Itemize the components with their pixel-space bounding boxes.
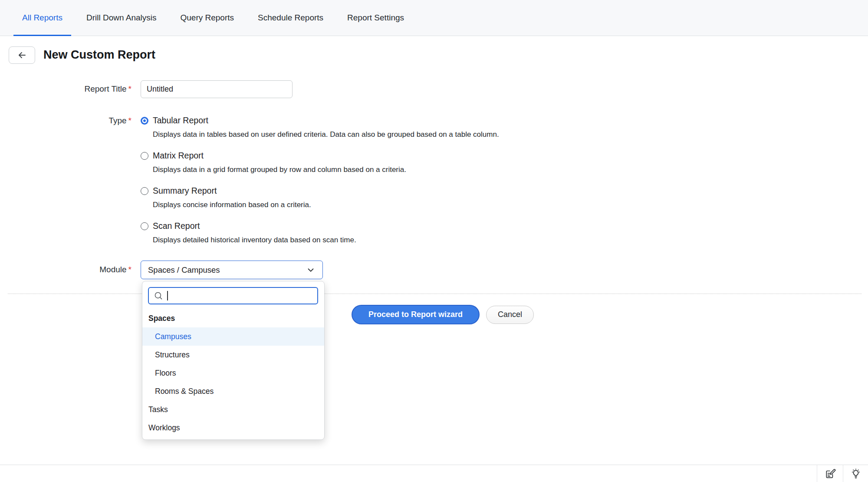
required-asterisk: * <box>128 116 132 125</box>
module-label: Module* <box>9 265 132 274</box>
type-option-name: Scan Report <box>153 221 200 231</box>
report-type-radio-group: Tabular Report Displays data in tables b… <box>141 116 705 256</box>
proceed-to-report-wizard-button[interactable]: Proceed to Report wizard <box>352 305 480 324</box>
radio-unselected-icon[interactable] <box>141 187 148 195</box>
type-option-summary: Summary Report Displays concise informat… <box>141 186 705 209</box>
lightbulb-icon <box>850 468 861 479</box>
dropdown-option-campuses[interactable]: Campuses <box>142 327 324 346</box>
radio-unselected-icon[interactable] <box>141 152 148 160</box>
type-option-description: Displays data in tables based on user de… <box>153 130 705 139</box>
report-tabs-bar: All Reports Drill Down Analysis Query Re… <box>0 0 868 36</box>
type-option-name: Matrix Report <box>153 151 204 161</box>
report-title-input[interactable] <box>141 80 293 98</box>
form-actions: Proceed to Report wizard Cancel <box>352 305 534 324</box>
type-option-matrix: Matrix Report Displays data in a grid fo… <box>141 151 705 174</box>
tab-all-reports[interactable]: All Reports <box>13 0 71 36</box>
dropdown-option-structures[interactable]: Structures <box>142 346 324 364</box>
report-title-label: Report Title* <box>9 84 132 94</box>
radio-unselected-icon[interactable] <box>141 222 148 230</box>
tab-schedule-reports[interactable]: Schedule Reports <box>249 0 332 36</box>
chevron-down-icon <box>306 265 316 275</box>
radio-selected-icon[interactable] <box>141 117 148 125</box>
tab-report-settings[interactable]: Report Settings <box>339 0 413 36</box>
type-option-description: Displays concise information based on a … <box>153 201 705 209</box>
module-select[interactable]: Spaces / Campuses <box>141 261 323 279</box>
left-arrow-icon <box>17 50 27 60</box>
back-button[interactable] <box>9 46 35 64</box>
report-title-label-text: Report Title <box>84 84 126 93</box>
bottom-toolbar <box>0 465 868 482</box>
page-title: New Custom Report <box>43 48 155 62</box>
new-custom-report-page: All Reports Drill Down Analysis Query Re… <box>0 0 868 482</box>
radio-summary-report[interactable]: Summary Report <box>141 186 705 196</box>
type-label: Type* <box>9 116 132 125</box>
required-asterisk: * <box>128 265 132 274</box>
type-option-tabular: Tabular Report Displays data in tables b… <box>141 116 705 139</box>
radio-tabular-report[interactable]: Tabular Report <box>141 116 705 125</box>
dropdown-group-spaces[interactable]: Spaces <box>142 309 324 327</box>
radio-matrix-report[interactable]: Matrix Report <box>141 151 705 161</box>
type-label-text: Type <box>108 116 126 125</box>
dropdown-group-tasks[interactable]: Tasks <box>142 400 324 419</box>
feedback-edit-icon <box>825 468 836 479</box>
type-option-scan: Scan Report Displays detailed historical… <box>141 221 705 244</box>
tab-query-reports[interactable]: Query Reports <box>171 0 243 36</box>
module-search-box[interactable] <box>148 287 318 304</box>
dropdown-group-worklogs[interactable]: Worklogs <box>142 419 324 437</box>
tips-button[interactable] <box>843 465 868 482</box>
module-options-list: Spaces Campuses Structures Floors Rooms … <box>142 309 324 437</box>
required-asterisk: * <box>128 84 132 93</box>
type-option-description: Displays data in a grid format grouped b… <box>153 165 705 174</box>
module-selected-value: Spaces / Campuses <box>148 265 306 275</box>
cancel-button[interactable]: Cancel <box>486 306 534 324</box>
radio-scan-report[interactable]: Scan Report <box>141 221 705 231</box>
type-option-name: Tabular Report <box>153 116 208 125</box>
module-label-text: Module <box>99 265 126 274</box>
feedback-button[interactable] <box>817 465 843 482</box>
module-dropdown-panel: Spaces Campuses Structures Floors Rooms … <box>142 281 325 440</box>
search-icon <box>153 291 164 301</box>
module-search-input[interactable] <box>168 288 313 304</box>
tab-drill-down-analysis[interactable]: Drill Down Analysis <box>78 0 165 36</box>
section-divider <box>8 294 861 294</box>
dropdown-option-floors[interactable]: Floors <box>142 364 324 382</box>
type-option-description: Displays detailed historical inventory d… <box>153 236 705 244</box>
type-option-name: Summary Report <box>153 186 217 196</box>
dropdown-option-rooms-spaces[interactable]: Rooms & Spaces <box>142 382 324 400</box>
